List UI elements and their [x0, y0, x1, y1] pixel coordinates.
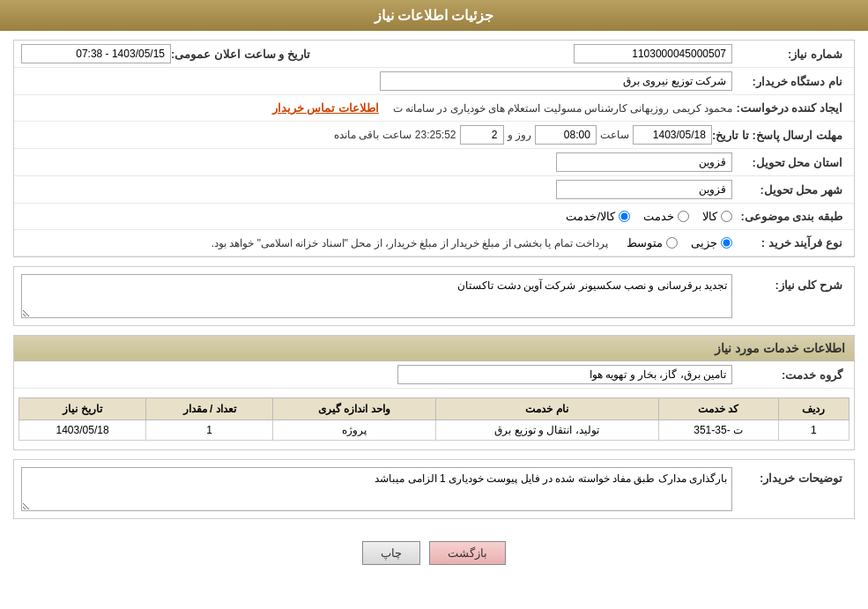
service-group-label: گروه خدمت:	[732, 368, 847, 382]
creator-contact-link[interactable]: اطلاعات تماس خریدار	[272, 101, 379, 115]
announce-label: تاریخ و ساعت اعلان عمومی:	[171, 48, 315, 61]
services-table: ردیف کد خدمت نام خدمت واحد اندازه گیری ت…	[19, 397, 849, 441]
services-section-title: اطلاعات خدمات مورد نیاز	[14, 336, 854, 361]
purchase-type-label: نوع فرآیند خرید :	[732, 236, 847, 249]
creator-label: ایجاد کننده درخواست:	[732, 101, 847, 115]
general-desc-label: شرح کلی نیاز:	[732, 274, 847, 292]
table-row: 1ت -35-351تولید، انتقال و توزیع برقپروژه…	[19, 420, 849, 441]
province-label: استان محل تحویل:	[732, 156, 847, 169]
response-time-input[interactable]	[535, 125, 597, 145]
response-remaining-label: ساعت باقی مانده	[334, 129, 412, 141]
response-days-label: روز و	[508, 129, 531, 141]
category-label: طبقه بندی موضوعی:	[732, 210, 847, 223]
response-days-input[interactable]	[460, 125, 504, 145]
need-number-label: شماره نیاز:	[732, 48, 847, 61]
buyer-notes-textarea[interactable]	[21, 467, 732, 511]
category-good-label: کالا	[702, 210, 717, 223]
province-input[interactable]	[556, 152, 732, 172]
category-service-label: خدمت	[643, 210, 674, 223]
purchase-partial-label: جزیی	[691, 236, 717, 249]
buyer-notes-label: توضیحات خریدار:	[732, 467, 847, 485]
response-remaining-text: 23:25:52	[415, 129, 456, 141]
buyer-org-label: نام دستگاه خریدار:	[732, 75, 847, 88]
service-group-input[interactable]	[397, 365, 732, 384]
back-button[interactable]: بازگشت	[429, 541, 506, 565]
purchase-note: پرداخت تمام یا بخشی از مبلغ خریدار از مب…	[211, 237, 608, 249]
category-service-option[interactable]: خدمت	[643, 210, 689, 223]
col-name: نام خدمت	[435, 398, 658, 420]
purchase-medium-label: متوسط	[627, 236, 663, 249]
need-number-input[interactable]	[574, 44, 732, 63]
response-time-label: ساعت	[600, 129, 629, 141]
city-label: شهر محل تحویل:	[732, 183, 847, 197]
action-buttons: بازگشت چاپ	[13, 528, 855, 578]
col-date: تاریخ نیاز	[19, 398, 146, 420]
buyer-org-input[interactable]	[380, 71, 732, 91]
city-input[interactable]	[556, 180, 732, 199]
category-good-service-label: کالا/خدمت	[566, 210, 615, 223]
response-deadline-label: مهلت ارسال پاسخ: تا تاریخ:	[712, 129, 847, 142]
creator-text: محمود کریمی روزبهانی کارشناس مسولیت استع…	[393, 102, 732, 115]
category-good-service-option[interactable]: کالا/خدمت	[566, 210, 630, 223]
col-row: ردیف	[778, 398, 849, 420]
purchase-partial-option[interactable]: جزیی	[691, 236, 732, 249]
general-desc-textarea[interactable]	[21, 274, 732, 318]
col-unit: واحد اندازه گیری	[273, 398, 435, 420]
category-good-option[interactable]: کالا	[702, 210, 732, 223]
purchase-medium-option[interactable]: متوسط	[627, 236, 678, 249]
print-button[interactable]: چاپ	[362, 541, 420, 565]
col-code: کد خدمت	[658, 398, 778, 420]
col-qty: تعداد / مقدار	[146, 398, 273, 420]
response-date-input[interactable]	[633, 125, 712, 145]
page-title: جزئیات اطلاعات نیاز	[0, 0, 868, 31]
announce-input[interactable]	[21, 44, 171, 63]
